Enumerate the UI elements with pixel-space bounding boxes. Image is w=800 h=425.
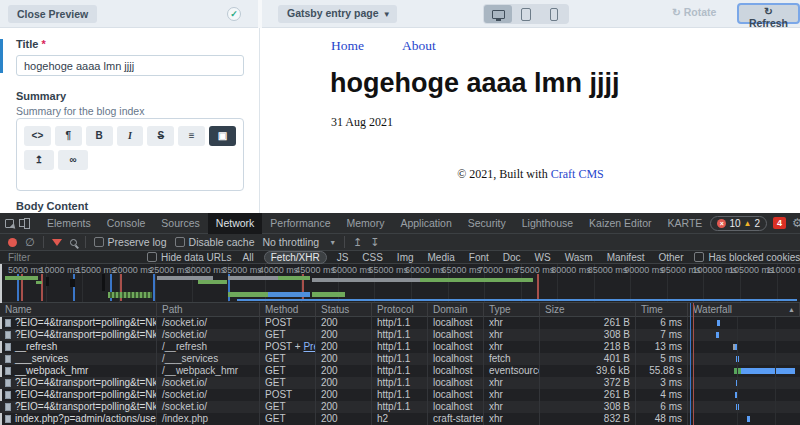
tab-console[interactable]: Console xyxy=(99,213,154,234)
overview-request-bar xyxy=(228,292,268,297)
column-header-method[interactable]: Method xyxy=(260,303,316,317)
hide-data-urls-checkbox[interactable]: Hide data URLs xyxy=(147,252,232,263)
column-header-protocol[interactable]: Protocol xyxy=(372,303,428,317)
list-button[interactable]: ≡ xyxy=(178,126,205,146)
preflight-link[interactable]: Preflight xyxy=(303,341,316,352)
filter-type-js[interactable]: JS xyxy=(333,252,353,263)
issues-badge[interactable]: 4 xyxy=(773,217,786,229)
gear-icon[interactable]: ⚙ xyxy=(792,216,800,230)
craft-cms-link[interactable]: Craft CMS xyxy=(551,167,604,181)
strikethrough-button[interactable]: S xyxy=(147,126,174,146)
tab-kaizen-editor[interactable]: Kaizen Editor xyxy=(581,213,659,234)
search-icon[interactable] xyxy=(70,239,77,246)
request-row[interactable]: index.php?p=admin/actions/users/session-… xyxy=(0,413,800,425)
tab-lighthouse[interactable]: Lighthouse xyxy=(514,213,581,234)
cell-time: 13 ms xyxy=(636,341,688,353)
rotate-button[interactable]: ↻ Rotate xyxy=(672,6,716,18)
chevron-down-icon: ▼ xyxy=(329,239,336,246)
request-row[interactable]: __refresh/__refreshPOST + Preflight200ht… xyxy=(0,341,800,353)
tab-memory[interactable]: Memory xyxy=(338,213,392,234)
column-header-name[interactable]: Name xyxy=(0,303,157,317)
nav-link-about[interactable]: About xyxy=(402,38,436,53)
device-desktop-button[interactable] xyxy=(484,5,512,23)
tab-performance[interactable]: Performance xyxy=(262,213,338,234)
tab-sources[interactable]: Sources xyxy=(153,213,208,234)
column-header-time[interactable]: Time xyxy=(636,303,688,317)
filter-input[interactable] xyxy=(8,252,140,263)
export-har-button[interactable]: ↧ xyxy=(370,236,379,249)
bold-button[interactable]: B xyxy=(86,126,113,146)
nav-link-home[interactable]: Home xyxy=(331,38,364,53)
request-row[interactable]: ?EIO=4&transport=polling&t=NkPLOF0&sid=3… xyxy=(0,329,800,341)
device-phone-button[interactable] xyxy=(540,5,568,23)
requests-table-header: NamePathMethodStatusProtocolDomainTypeSi… xyxy=(0,303,800,317)
request-row[interactable]: ?EIO=4&transport=polling&t=NkPLSfh&sid=X… xyxy=(0,401,800,413)
clear-button[interactable]: ∅ xyxy=(25,237,35,248)
console-message-counts[interactable]: × 10 ▲ 2 xyxy=(710,216,767,231)
cell-method: POST + Preflight xyxy=(260,341,316,353)
has-blocked-cookies-checkbox[interactable]: Has blocked cookies xyxy=(694,252,800,263)
import-har-button[interactable]: ↥ xyxy=(353,236,362,249)
inspect-element-button[interactable] xyxy=(5,216,14,231)
filter-type-fetch-xhr[interactable]: Fetch/XHR xyxy=(264,251,327,264)
record-button[interactable] xyxy=(8,238,17,247)
column-header-size[interactable]: Size xyxy=(540,303,636,317)
column-header-type[interactable]: Type xyxy=(484,303,540,317)
warning-count: 2 xyxy=(754,218,760,229)
overview-request-bar xyxy=(5,276,38,280)
cell-domain: localhost xyxy=(428,329,484,341)
request-row[interactable]: ___services/___servicesGET200http/1.1loc… xyxy=(0,353,800,365)
filter-type-manifest[interactable]: Manifest xyxy=(603,252,649,263)
tab-elements[interactable]: Elements xyxy=(39,213,99,234)
device-tablet-button[interactable] xyxy=(512,5,540,23)
preserve-log-checkbox[interactable]: Preserve log xyxy=(94,236,167,248)
link-button[interactable]: ∞ xyxy=(58,150,88,170)
cell-method: GET xyxy=(260,377,316,389)
network-overview-timeline[interactable]: 5000 ms10000 ms15000 ms20000 ms25000 ms3… xyxy=(0,264,800,303)
preview-target-dropdown[interactable]: Gatsby entry page▼ xyxy=(278,5,397,23)
column-header-status[interactable]: Status xyxy=(316,303,372,317)
tab-application[interactable]: Application xyxy=(392,213,459,234)
disable-cache-checkbox[interactable]: Disable cache xyxy=(175,236,255,248)
filter-type-wasm[interactable]: Wasm xyxy=(561,252,597,263)
cell-status: 200 xyxy=(316,329,372,341)
summary-richtext-editor[interactable]: <>¶BIS≡▣ ↥∞ xyxy=(16,118,244,191)
filter-type-img[interactable]: Img xyxy=(393,252,418,263)
filter-type-css[interactable]: CSS xyxy=(358,252,387,263)
tab-security[interactable]: Security xyxy=(460,213,514,234)
filter-type-ws[interactable]: WS xyxy=(531,252,555,263)
close-preview-button[interactable]: Close Preview xyxy=(8,5,97,23)
request-row[interactable]: ?EIO=4&transport=polling&t=NkPLOE-&sid=3… xyxy=(0,317,800,329)
cell-protocol: http/1.1 xyxy=(372,389,428,401)
cell-domain: localhost xyxy=(428,377,484,389)
code-button[interactable]: <> xyxy=(24,126,51,146)
filter-type-doc[interactable]: Doc xyxy=(499,252,525,263)
image-button[interactable]: ▣ xyxy=(209,126,236,146)
cell-protocol: http/1.1 xyxy=(372,365,428,377)
cell-name: ?EIO=4&transport=polling&t=NkPLOE-&sid=3… xyxy=(0,317,157,329)
cell-type: xhr xyxy=(484,401,540,413)
share-button[interactable]: ↥ xyxy=(24,150,54,170)
italic-button[interactable]: I xyxy=(117,126,144,146)
filter-toggle-icon[interactable] xyxy=(52,239,62,246)
request-row[interactable]: ?EIO=4&transport=polling&t=NkPLSff&sid=X… xyxy=(0,389,800,401)
request-row[interactable]: ?EIO=4&transport=polling&t=NkPLSfW/socke… xyxy=(0,377,800,389)
filter-type-all[interactable]: All xyxy=(239,252,258,263)
overview-request-bar xyxy=(46,277,49,286)
refresh-button[interactable]: ↻ Refresh xyxy=(737,3,800,24)
paragraph-button[interactable]: ¶ xyxy=(55,126,82,146)
request-row[interactable]: __webpack_hmr/__webpack_hmrGET200http/1.… xyxy=(0,365,800,377)
column-header-waterfall[interactable]: Waterfall▲ xyxy=(688,303,800,317)
filter-type-other[interactable]: Other xyxy=(654,252,687,263)
cell-path: /__refresh xyxy=(157,341,260,353)
device-toolbar-button[interactable] xyxy=(19,216,29,231)
tab-network[interactable]: Network xyxy=(208,213,263,234)
filter-type-font[interactable]: Font xyxy=(465,252,493,263)
column-header-path[interactable]: Path xyxy=(157,303,260,317)
column-header-domain[interactable]: Domain xyxy=(428,303,484,317)
tab-karte[interactable]: KARTE xyxy=(660,213,711,234)
desktop-icon xyxy=(492,10,505,19)
filter-type-media[interactable]: Media xyxy=(424,252,459,263)
title-input[interactable] xyxy=(16,55,244,76)
throttling-select[interactable]: No throttling▼ xyxy=(263,236,337,248)
